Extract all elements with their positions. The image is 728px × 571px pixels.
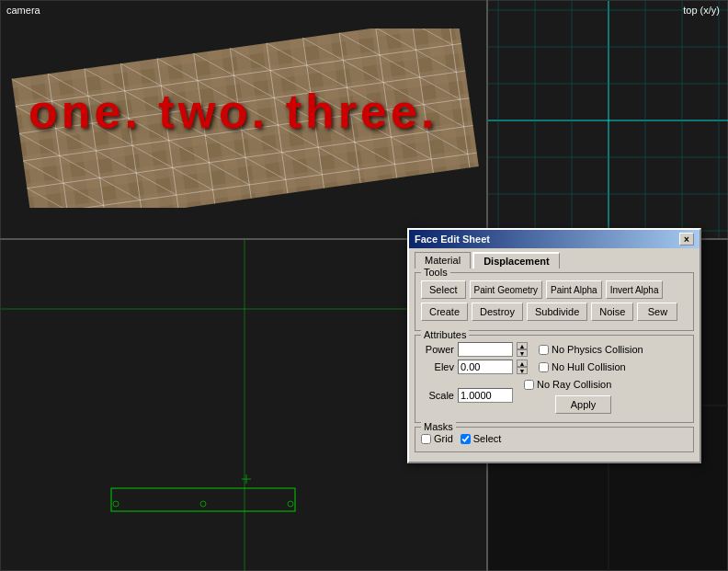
select-label: Select — [473, 433, 502, 444]
masks-group: Masks Grid Select — [415, 427, 694, 452]
mesh-overlay-text: one. two. three. — [28, 84, 438, 139]
elev-spin-down[interactable]: ▼ — [517, 367, 528, 374]
elev-row: Elev ▲ ▼ No Hull Collision — [421, 360, 688, 374]
power-row: Power ▲ ▼ No Physics Collision — [421, 342, 688, 357]
apply-button[interactable]: Apply — [555, 395, 612, 414]
svg-point-100 — [288, 501, 293, 507]
subdivide-button[interactable]: Subdivide — [527, 303, 587, 321]
select-button[interactable]: Select — [421, 280, 466, 299]
tab-displacement[interactable]: Displacement — [472, 252, 560, 268]
mesh-canvas: one. two. three. — [10, 29, 479, 212]
camera-label: camera — [3, 3, 44, 17]
no-hull-collision-label: No Hull Collision — [552, 361, 626, 372]
grid-checkbox[interactable] — [421, 434, 431, 444]
no-physics-collision-checkbox[interactable] — [539, 345, 549, 355]
power-spin-up[interactable]: ▲ — [517, 342, 528, 349]
paint-geometry-button[interactable]: Paint Geometry — [470, 280, 542, 299]
create-button[interactable]: Create — [421, 303, 468, 321]
grid-label: Grid — [434, 433, 453, 444]
dialog-tabs: Material Displacement — [415, 252, 694, 268]
dialog-close-button[interactable]: × — [679, 233, 694, 246]
hull-checkbox-row: No Hull Collision — [539, 360, 626, 374]
svg-point-99 — [200, 501, 206, 507]
scale-row: Scale No Ray Collision Apply — [421, 377, 688, 414]
elev-input[interactable] — [458, 360, 513, 374]
elev-spinner: ▲ ▼ — [517, 360, 528, 374]
dialog-title: Face Edit Sheet — [415, 234, 490, 245]
no-ray-collision-checkbox[interactable] — [524, 380, 534, 390]
tools-group: Tools Select Paint Geometry Paint Alpha … — [415, 272, 694, 331]
top-viewport: top (x/y) — [487, 0, 728, 239]
invert-alpha-button[interactable]: Invert Alpha — [606, 280, 664, 299]
dialog-content: Material Displacement Tools Select Paint… — [409, 248, 700, 462]
scale-input[interactable] — [458, 388, 513, 403]
select-checkbox[interactable] — [461, 434, 471, 444]
physics-checkbox-row: No Physics Collision — [539, 342, 643, 357]
masks-group-label: Masks — [421, 421, 456, 432]
no-hull-collision-checkbox[interactable] — [539, 362, 549, 372]
power-spinner: ▲ ▼ — [517, 342, 528, 357]
tools-row-2: Create Destroy Subdivide Noise Sew — [421, 303, 688, 321]
no-physics-collision-label: No Physics Collision — [552, 344, 643, 355]
no-ray-collision-label: No Ray Collision — [537, 379, 611, 390]
top-grid-svg — [488, 1, 728, 240]
power-input[interactable] — [458, 342, 513, 357]
top-viewport-label: top (x/y) — [679, 3, 723, 17]
svg-point-98 — [113, 501, 119, 507]
attributes-group: Attributes Power ▲ ▼ No Physics Collisio… — [415, 335, 694, 423]
noise-button[interactable]: Noise — [591, 303, 633, 321]
sew-button[interactable]: Sew — [637, 303, 677, 321]
dialog-titlebar: Face Edit Sheet × — [409, 230, 700, 248]
power-spin-down[interactable]: ▼ — [517, 349, 528, 357]
masks-checkboxes: Grid Select — [421, 431, 688, 446]
destroy-button[interactable]: Destroy — [472, 303, 523, 321]
paint-alpha-button[interactable]: Paint Alpha — [546, 280, 602, 299]
power-label: Power — [421, 344, 454, 355]
elev-label: Elev — [421, 361, 454, 372]
camera-viewport: camera — [0, 0, 487, 239]
scale-label: Scale — [421, 390, 454, 401]
scale-right: No Ray Collision Apply — [524, 377, 611, 414]
face-edit-sheet-dialog: Face Edit Sheet × Material Displacement … — [407, 228, 701, 463]
tools-group-label: Tools — [421, 267, 450, 278]
attributes-group-label: Attributes — [421, 329, 469, 340]
tools-row-1: Select Paint Geometry Paint Alpha Invert… — [421, 280, 688, 299]
elev-spin-up[interactable]: ▲ — [517, 360, 528, 367]
svg-rect-103 — [111, 488, 295, 511]
